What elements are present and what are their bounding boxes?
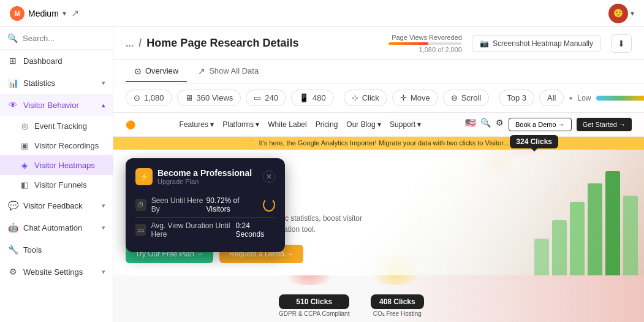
get-started-btn[interactable]: Get Started →: [577, 118, 632, 131]
duration-label: Avg. View Duration Until Here: [151, 221, 235, 239]
sidebar-item-label: Visitor Feedback: [23, 201, 97, 210]
search-nav-icon[interactable]: 🔍: [480, 118, 491, 131]
engagement-bar: [596, 96, 644, 101]
workspace-selector[interactable]: M Medium ▾: [10, 6, 66, 21]
badge-510: 510 Clicks GDPR & CCPA Compliant: [279, 294, 349, 317]
upgrade-title-group: ⚡ Become a Professional Upgrade Plan: [135, 168, 252, 185]
page-header-right: Page Views Revoreded 1,080 of 2,000 📷 Sc…: [388, 34, 632, 53]
top-bar: M Medium ▾ ↗ 🙂 ▾: [0, 0, 644, 27]
search-input[interactable]: [23, 34, 113, 43]
btn-all[interactable]: All: [539, 90, 564, 106]
bar-6: [623, 196, 638, 275]
btn-label: Scroll: [461, 93, 482, 102]
avatar[interactable]: 🙂: [608, 4, 628, 23]
chat-icon: 🤖: [7, 222, 18, 233]
nav-cta: 🇺🇸 🔍 ⚙ Book a Demo → Get Started →: [465, 118, 632, 131]
sidebar-item-visitor-feedback[interactable]: 💬 Visitor Feedback ▾: [0, 194, 113, 217]
btn-360-views[interactable]: 🖥 360 Views: [177, 90, 241, 106]
page-title: Home Page Research Details: [146, 37, 298, 50]
sidebar-sub-label: Visitor Funnels: [34, 180, 87, 190]
settings-nav-icon[interactable]: ⚙: [496, 118, 504, 131]
flag-icon: 🇺🇸: [465, 118, 475, 131]
sidebar-item-label: Chat Automation: [23, 223, 97, 232]
upgrade-subtitle: Upgrade Plan: [157, 178, 252, 185]
count-icon: ⊙: [134, 93, 140, 102]
btn-top3[interactable]: Top 3: [499, 90, 534, 106]
sidebar-item-chat-automation[interactable]: 🤖 Chat Automation ▾: [0, 217, 113, 239]
upgrade-title: Become a Professional: [157, 168, 252, 178]
notice-bar: ✨ It's here, the Google Analytics Import…: [113, 137, 644, 150]
heatmap-area: 🟠 Features ▾ Platforms ▾ White Label Pri…: [113, 113, 644, 322]
nav-links: Features ▾ Platforms ▾ White Label Prici…: [180, 120, 422, 129]
btn-240[interactable]: ▭ 240: [246, 90, 286, 106]
upgrade-card-header: ⚡ Become a Professional Upgrade Plan ✕: [135, 168, 275, 185]
sidebar-sub-label: Event Tracking: [34, 121, 87, 131]
upgrade-text: Become a Professional Upgrade Plan: [157, 168, 252, 185]
breadcrumb-sep: /: [138, 37, 142, 50]
sidebar-item-visitor-behavior[interactable]: 👁 Visitor Behavior ▴: [0, 94, 113, 116]
breadcrumb: ... / Home Page Research Details: [126, 37, 298, 50]
low-dot: ●: [569, 94, 572, 101]
nav-link-whitelabel[interactable]: White Label: [268, 120, 306, 129]
seen-value: 90.72% of Visitors: [206, 196, 259, 213]
tab-show-all-data[interactable]: ↗ Show All Data: [189, 61, 267, 82]
sidebar-sub-label: Visitor Recordings: [34, 141, 99, 150]
sidebar-item-event-tracking[interactable]: ◎ Event Tracking: [0, 116, 113, 136]
breadcrumb-dots[interactable]: ...: [126, 38, 134, 49]
upgrade-row-left: ▭ Avg. View Duration Until Here: [135, 221, 236, 239]
btn-480[interactable]: 📱 480: [291, 90, 334, 106]
sidebar-item-statistics[interactable]: 📊 Statistics ▾: [0, 72, 113, 94]
statistics-icon: 📊: [7, 77, 18, 88]
screenshot-btn[interactable]: 📷 Screenshot Heatmap Manually: [472, 35, 601, 52]
badge-408: 408 Clicks CO₂ Free Hosting: [371, 294, 424, 317]
btn-click[interactable]: ⊹ Click: [344, 90, 387, 106]
nav-link-pricing[interactable]: Pricing: [316, 120, 338, 129]
nav-link-features[interactable]: Features ▾: [180, 120, 214, 129]
chevron-down-icon: ▾: [63, 9, 66, 18]
nav-link-platforms[interactable]: Platforms ▾: [222, 120, 259, 129]
clicks-tooltip-324: 324 Clicks: [510, 135, 558, 148]
badge-510-label: 510 Clicks: [279, 294, 349, 309]
show-all-data-icon: ↗: [198, 66, 205, 76]
scroll-icon: ⊖: [451, 93, 458, 102]
page-views-bar-fill: [388, 42, 428, 45]
upgrade-row-duration: ▭ Avg. View Duration Until Here 0:24 Sec…: [135, 218, 275, 242]
sidebar-item-visitor-heatmaps[interactable]: ◈ Visitor Heatmaps: [0, 155, 113, 175]
screenshot-btn-label: Screenshot Heatmap Manually: [493, 39, 593, 48]
click-icon: ⊹: [352, 93, 358, 102]
sidebar-item-visitor-recordings[interactable]: ▣ Visitor Recordings: [0, 136, 113, 155]
engagement-scale: ● Low Engagement ● High: [569, 94, 644, 102]
sidebar-item-dashboard[interactable]: ⊞ Dashboard: [0, 50, 113, 72]
nav-link-support[interactable]: Support ▾: [390, 120, 421, 129]
btn-label: All: [547, 93, 556, 102]
sidebar-item-tools[interactable]: 🔧 Tools: [0, 239, 113, 261]
main-content: ... / Home Page Research Details Page Vi…: [113, 27, 644, 322]
gdpr-label: GDPR & CCPA Compliant: [279, 310, 349, 317]
page-views-label: Page Views Revoreded: [392, 34, 462, 41]
website-preview: 🟠 Features ▾ Platforms ▾ White Label Pri…: [113, 113, 644, 322]
co2-label: CO₂ Free Hosting: [371, 310, 424, 317]
upgrade-close-btn[interactable]: ✕: [263, 171, 275, 183]
btn-scroll[interactable]: ⊖ Scroll: [443, 90, 490, 106]
funnels-icon: ◧: [20, 180, 29, 190]
btn-move[interactable]: ✛ Move: [392, 90, 438, 106]
btn-label: 240: [265, 93, 278, 102]
btn-count-1080[interactable]: ⊙ 1,080: [126, 90, 172, 106]
chevron-icon: ▾: [102, 268, 105, 276]
sidebar-item-label: Statistics: [23, 79, 97, 88]
bar-chart: [534, 165, 638, 275]
website-nav: 🟠 Features ▾ Platforms ▾ White Label Pri…: [113, 113, 644, 137]
book-demo-btn[interactable]: Book a Demo →: [509, 118, 572, 131]
nav-link-blog[interactable]: Our Blog ▾: [346, 120, 381, 129]
settings-icon: ⚙: [7, 266, 18, 277]
download-btn[interactable]: ⬇: [611, 34, 632, 53]
download-icon: ⬇: [618, 39, 625, 48]
tab-label: Overview: [145, 66, 178, 75]
page-header: ... / Home Page Research Details Page Vi…: [113, 27, 644, 60]
tablet-icon: ▭: [254, 93, 261, 102]
external-link-icon[interactable]: ↗: [71, 7, 79, 19]
toolbar: ⊙ 1,080 🖥 360 Views ▭ 240 📱 480 ⊹ Click …: [113, 83, 644, 113]
sidebar-item-visitor-funnels[interactable]: ◧ Visitor Funnels: [0, 175, 113, 194]
tab-overview[interactable]: ⊙ Overview: [126, 61, 187, 82]
sidebar-item-website-settings[interactable]: ⚙ Website Settings ▾: [0, 261, 113, 283]
